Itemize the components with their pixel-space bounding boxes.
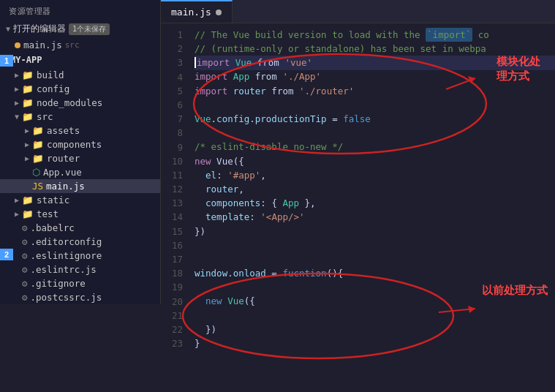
file-explorer: 资源管理器 ▼ 打开的编辑器 1个未保存 main.js src ▼ MY-AP… (0, 0, 161, 304)
code-line-8 (195, 126, 555, 140)
code-line-22: }) (195, 323, 555, 336)
code-line-3: import Vue from 'vue' (195, 56, 555, 69)
code-line-19 (195, 280, 555, 294)
file-babelrc[interactable]: ▶ ⚙ .babelrc (0, 221, 160, 235)
folder-node-modules[interactable]: ▶ 📁 node_modules (0, 96, 160, 110)
tab-modified-dot (216, 10, 222, 15)
open-file-main-js[interactable]: main.js src (0, 38, 160, 52)
code-line-11: el: '#app', (195, 168, 555, 182)
code-line-9: /* eslint-disable no-new */ (195, 140, 555, 154)
code-line-20: new Vue({ (195, 295, 555, 309)
badge-1: 1 (0, 55, 13, 67)
sidebar: 1 2 资源管理器 ▼ 打开的编辑器 1个未保存 main.js src ▼ M… (0, 0, 161, 392)
tab-main-js[interactable]: main.js (161, 0, 233, 23)
modified-dot (15, 42, 20, 48)
folder-src[interactable]: ▼ 📁 src (0, 110, 160, 124)
badge-2: 2 (0, 249, 13, 260)
file-eslintrc[interactable]: ▶ ⚙ .eslintrc.js (0, 263, 160, 276)
open-editors-section[interactable]: ▼ 打开的编辑器 1个未保存 (0, 20, 160, 38)
code-line-2: // (runtime-only or standalone) has been… (195, 42, 555, 56)
code-line-17 (195, 252, 555, 266)
tab-label: main.js (171, 7, 211, 18)
file-postcssrc[interactable]: ▶ ⚙ .postcssrc.js (0, 290, 160, 304)
file-main-js-active[interactable]: ▶ JS main.js (0, 179, 160, 193)
code-line-5: import router from './router' (195, 84, 555, 98)
folder-assets[interactable]: ▶ 📁 assets (0, 124, 160, 137)
file-editorconfig[interactable]: ▶ ⚙ .editorconfig (0, 235, 160, 249)
file-app-vue[interactable]: ▶ ⬡ App.vue (0, 165, 160, 179)
code-line-6 (195, 98, 555, 112)
code-line-23: } (195, 336, 555, 350)
editor: main.js 12345 678910 1112131415 16171819… (161, 0, 555, 392)
code-line-1: // The Vue build version to load with th… (195, 28, 555, 42)
file-gitignore[interactable]: ▶ ⚙ .gitignore (0, 276, 160, 290)
code-line-16 (195, 238, 555, 252)
folder-router[interactable]: ▶ 📁 router (0, 151, 160, 165)
text-cursor (195, 57, 196, 68)
code-line-15: }) (195, 225, 555, 238)
file-eslintignore[interactable]: ▶ ⚙ .eslintignore (0, 249, 160, 263)
code-line-10: new Vue({ (195, 154, 555, 168)
code-line-13: components: { App }, (195, 196, 555, 210)
code-content[interactable]: // The Vue build version to load with th… (189, 23, 555, 392)
code-line-18: window.onload = fucntion(){ (195, 266, 555, 280)
code-line-7: Vue.config.productionTip = false (195, 112, 555, 126)
code-line-12: router, (195, 182, 555, 196)
code-line-4: import App from './App' (195, 70, 555, 84)
line-numbers: 12345 678910 1112131415 1617181920 21222… (161, 23, 189, 392)
folder-static[interactable]: ▶ 📁 static (0, 193, 160, 207)
folder-build[interactable]: ▶ 📁 build (0, 68, 160, 82)
sidebar-title: 资源管理器 (0, 0, 160, 20)
tab-bar: main.js (161, 0, 555, 23)
project-root[interactable]: ▼ MY-APP (0, 52, 160, 68)
folder-test[interactable]: ▶ 📁 test (0, 207, 160, 221)
code-line-14: template: '<App/>' (195, 210, 555, 224)
folder-components[interactable]: ▶ 📁 components (0, 137, 160, 151)
folder-config[interactable]: ▶ 📁 config (0, 82, 160, 96)
code-line-21 (195, 309, 555, 323)
code-container: 12345 678910 1112131415 1617181920 21222… (161, 23, 555, 392)
